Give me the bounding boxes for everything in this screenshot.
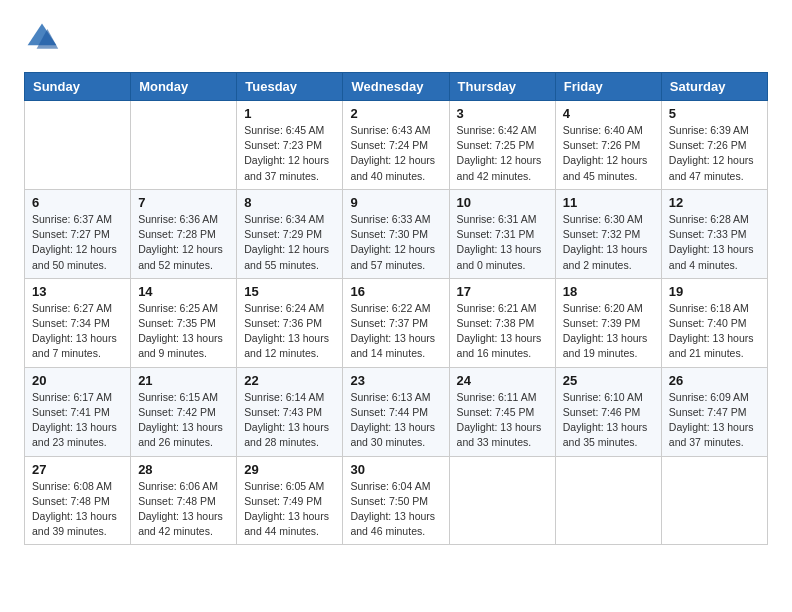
day-header-wednesday: Wednesday [343, 73, 449, 101]
day-info: Sunrise: 6:27 AM Sunset: 7:34 PM Dayligh… [32, 301, 123, 362]
day-info: Sunrise: 6:04 AM Sunset: 7:50 PM Dayligh… [350, 479, 441, 540]
calendar-cell: 26Sunrise: 6:09 AM Sunset: 7:47 PM Dayli… [661, 367, 767, 456]
calendar-body: 1Sunrise: 6:45 AM Sunset: 7:23 PM Daylig… [25, 101, 768, 545]
calendar-cell: 22Sunrise: 6:14 AM Sunset: 7:43 PM Dayli… [237, 367, 343, 456]
calendar-cell: 18Sunrise: 6:20 AM Sunset: 7:39 PM Dayli… [555, 278, 661, 367]
day-info: Sunrise: 6:20 AM Sunset: 7:39 PM Dayligh… [563, 301, 654, 362]
day-info: Sunrise: 6:08 AM Sunset: 7:48 PM Dayligh… [32, 479, 123, 540]
day-info: Sunrise: 6:43 AM Sunset: 7:24 PM Dayligh… [350, 123, 441, 184]
day-info: Sunrise: 6:15 AM Sunset: 7:42 PM Dayligh… [138, 390, 229, 451]
day-info: Sunrise: 6:18 AM Sunset: 7:40 PM Dayligh… [669, 301, 760, 362]
calendar-week-4: 20Sunrise: 6:17 AM Sunset: 7:41 PM Dayli… [25, 367, 768, 456]
calendar-cell: 6Sunrise: 6:37 AM Sunset: 7:27 PM Daylig… [25, 189, 131, 278]
day-info: Sunrise: 6:45 AM Sunset: 7:23 PM Dayligh… [244, 123, 335, 184]
calendar-cell: 14Sunrise: 6:25 AM Sunset: 7:35 PM Dayli… [131, 278, 237, 367]
calendar-cell: 9Sunrise: 6:33 AM Sunset: 7:30 PM Daylig… [343, 189, 449, 278]
day-number: 30 [350, 462, 441, 477]
day-number: 21 [138, 373, 229, 388]
day-info: Sunrise: 6:37 AM Sunset: 7:27 PM Dayligh… [32, 212, 123, 273]
day-info: Sunrise: 6:39 AM Sunset: 7:26 PM Dayligh… [669, 123, 760, 184]
day-number: 19 [669, 284, 760, 299]
calendar-cell: 30Sunrise: 6:04 AM Sunset: 7:50 PM Dayli… [343, 456, 449, 545]
calendar-week-1: 1Sunrise: 6:45 AM Sunset: 7:23 PM Daylig… [25, 101, 768, 190]
day-number: 17 [457, 284, 548, 299]
calendar-week-3: 13Sunrise: 6:27 AM Sunset: 7:34 PM Dayli… [25, 278, 768, 367]
calendar-cell [449, 456, 555, 545]
calendar-week-5: 27Sunrise: 6:08 AM Sunset: 7:48 PM Dayli… [25, 456, 768, 545]
day-info: Sunrise: 6:05 AM Sunset: 7:49 PM Dayligh… [244, 479, 335, 540]
day-number: 16 [350, 284, 441, 299]
calendar-cell: 11Sunrise: 6:30 AM Sunset: 7:32 PM Dayli… [555, 189, 661, 278]
day-number: 9 [350, 195, 441, 210]
calendar-cell: 2Sunrise: 6:43 AM Sunset: 7:24 PM Daylig… [343, 101, 449, 190]
day-number: 26 [669, 373, 760, 388]
day-number: 6 [32, 195, 123, 210]
calendar-cell: 28Sunrise: 6:06 AM Sunset: 7:48 PM Dayli… [131, 456, 237, 545]
day-number: 15 [244, 284, 335, 299]
day-info: Sunrise: 6:17 AM Sunset: 7:41 PM Dayligh… [32, 390, 123, 451]
day-number: 11 [563, 195, 654, 210]
logo [24, 20, 64, 56]
calendar-cell [661, 456, 767, 545]
calendar-cell: 21Sunrise: 6:15 AM Sunset: 7:42 PM Dayli… [131, 367, 237, 456]
day-info: Sunrise: 6:33 AM Sunset: 7:30 PM Dayligh… [350, 212, 441, 273]
calendar-cell: 25Sunrise: 6:10 AM Sunset: 7:46 PM Dayli… [555, 367, 661, 456]
day-number: 22 [244, 373, 335, 388]
calendar-cell: 27Sunrise: 6:08 AM Sunset: 7:48 PM Dayli… [25, 456, 131, 545]
day-number: 14 [138, 284, 229, 299]
day-info: Sunrise: 6:42 AM Sunset: 7:25 PM Dayligh… [457, 123, 548, 184]
day-header-sunday: Sunday [25, 73, 131, 101]
calendar-cell: 5Sunrise: 6:39 AM Sunset: 7:26 PM Daylig… [661, 101, 767, 190]
day-info: Sunrise: 6:13 AM Sunset: 7:44 PM Dayligh… [350, 390, 441, 451]
day-header-friday: Friday [555, 73, 661, 101]
calendar-cell: 19Sunrise: 6:18 AM Sunset: 7:40 PM Dayli… [661, 278, 767, 367]
calendar-cell: 13Sunrise: 6:27 AM Sunset: 7:34 PM Dayli… [25, 278, 131, 367]
calendar-cell: 7Sunrise: 6:36 AM Sunset: 7:28 PM Daylig… [131, 189, 237, 278]
calendar-cell: 15Sunrise: 6:24 AM Sunset: 7:36 PM Dayli… [237, 278, 343, 367]
day-info: Sunrise: 6:28 AM Sunset: 7:33 PM Dayligh… [669, 212, 760, 273]
day-number: 24 [457, 373, 548, 388]
day-info: Sunrise: 6:31 AM Sunset: 7:31 PM Dayligh… [457, 212, 548, 273]
day-number: 13 [32, 284, 123, 299]
day-number: 4 [563, 106, 654, 121]
day-number: 27 [32, 462, 123, 477]
calendar-cell: 12Sunrise: 6:28 AM Sunset: 7:33 PM Dayli… [661, 189, 767, 278]
day-header-tuesday: Tuesday [237, 73, 343, 101]
day-header-thursday: Thursday [449, 73, 555, 101]
day-info: Sunrise: 6:25 AM Sunset: 7:35 PM Dayligh… [138, 301, 229, 362]
day-info: Sunrise: 6:24 AM Sunset: 7:36 PM Dayligh… [244, 301, 335, 362]
day-number: 1 [244, 106, 335, 121]
day-number: 20 [32, 373, 123, 388]
calendar-cell: 1Sunrise: 6:45 AM Sunset: 7:23 PM Daylig… [237, 101, 343, 190]
day-header-monday: Monday [131, 73, 237, 101]
day-info: Sunrise: 6:11 AM Sunset: 7:45 PM Dayligh… [457, 390, 548, 451]
calendar-header-row: SundayMondayTuesdayWednesdayThursdayFrid… [25, 73, 768, 101]
calendar-cell: 3Sunrise: 6:42 AM Sunset: 7:25 PM Daylig… [449, 101, 555, 190]
logo-icon [24, 20, 60, 56]
day-number: 23 [350, 373, 441, 388]
calendar-cell [555, 456, 661, 545]
calendar-cell [25, 101, 131, 190]
day-info: Sunrise: 6:14 AM Sunset: 7:43 PM Dayligh… [244, 390, 335, 451]
day-info: Sunrise: 6:22 AM Sunset: 7:37 PM Dayligh… [350, 301, 441, 362]
calendar-header: SundayMondayTuesdayWednesdayThursdayFrid… [25, 73, 768, 101]
day-number: 25 [563, 373, 654, 388]
calendar-cell: 17Sunrise: 6:21 AM Sunset: 7:38 PM Dayli… [449, 278, 555, 367]
calendar-cell: 29Sunrise: 6:05 AM Sunset: 7:49 PM Dayli… [237, 456, 343, 545]
day-info: Sunrise: 6:36 AM Sunset: 7:28 PM Dayligh… [138, 212, 229, 273]
day-number: 12 [669, 195, 760, 210]
calendar-cell: 24Sunrise: 6:11 AM Sunset: 7:45 PM Dayli… [449, 367, 555, 456]
calendar-week-2: 6Sunrise: 6:37 AM Sunset: 7:27 PM Daylig… [25, 189, 768, 278]
calendar-cell: 10Sunrise: 6:31 AM Sunset: 7:31 PM Dayli… [449, 189, 555, 278]
day-number: 5 [669, 106, 760, 121]
day-header-saturday: Saturday [661, 73, 767, 101]
day-info: Sunrise: 6:10 AM Sunset: 7:46 PM Dayligh… [563, 390, 654, 451]
day-number: 29 [244, 462, 335, 477]
day-info: Sunrise: 6:21 AM Sunset: 7:38 PM Dayligh… [457, 301, 548, 362]
day-number: 10 [457, 195, 548, 210]
day-number: 28 [138, 462, 229, 477]
day-number: 3 [457, 106, 548, 121]
day-number: 8 [244, 195, 335, 210]
day-info: Sunrise: 6:30 AM Sunset: 7:32 PM Dayligh… [563, 212, 654, 273]
calendar-cell: 4Sunrise: 6:40 AM Sunset: 7:26 PM Daylig… [555, 101, 661, 190]
